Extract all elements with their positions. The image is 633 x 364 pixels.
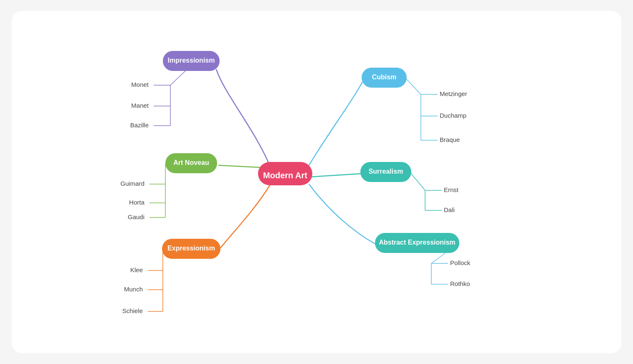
leaf-horta: Horta [129, 199, 144, 206]
leaf-duchamp: Duchamp [440, 112, 466, 119]
mindmap-card: Modern Art Impressionism Monet Manet Baz… [12, 11, 621, 353]
leaf-dali: Dali [444, 206, 455, 213]
impressionism-label: Impressionism [168, 57, 215, 64]
leaf-munch: Munch [124, 286, 143, 293]
leaf-monet: Monet [131, 81, 149, 88]
svg-line-13 [405, 78, 421, 94]
leaf-rothko: Rothko [450, 280, 470, 287]
abstract-expressionism-label: Abstract Expressionism [379, 239, 455, 246]
surrealism-label: Surrealism [369, 168, 403, 175]
leaf-klee: Klee [130, 266, 143, 273]
cubism-label: Cubism [372, 73, 397, 81]
center-label: Modern Art [263, 171, 307, 180]
svg-line-18 [410, 173, 425, 190]
leaf-schiele: Schiele [122, 307, 143, 314]
leaf-guimard: Guimard [120, 180, 144, 187]
leaf-braque: Braque [440, 136, 460, 143]
leaf-bazille: Bazille [130, 121, 149, 129]
svg-line-0 [170, 69, 187, 85]
mindmap-svg: Modern Art Impressionism Monet Manet Baz… [12, 11, 621, 353]
leaf-metzinger: Metzinger [440, 90, 467, 97]
art-noveau-label: Art Noveau [173, 159, 209, 166]
leaf-pollock: Pollock [450, 259, 471, 266]
leaf-manet: Manet [131, 102, 149, 109]
expressionism-label: Expressionism [167, 245, 215, 252]
leaf-gaudi: Gaudi [128, 213, 144, 220]
leaf-ernst: Ernst [444, 186, 459, 193]
